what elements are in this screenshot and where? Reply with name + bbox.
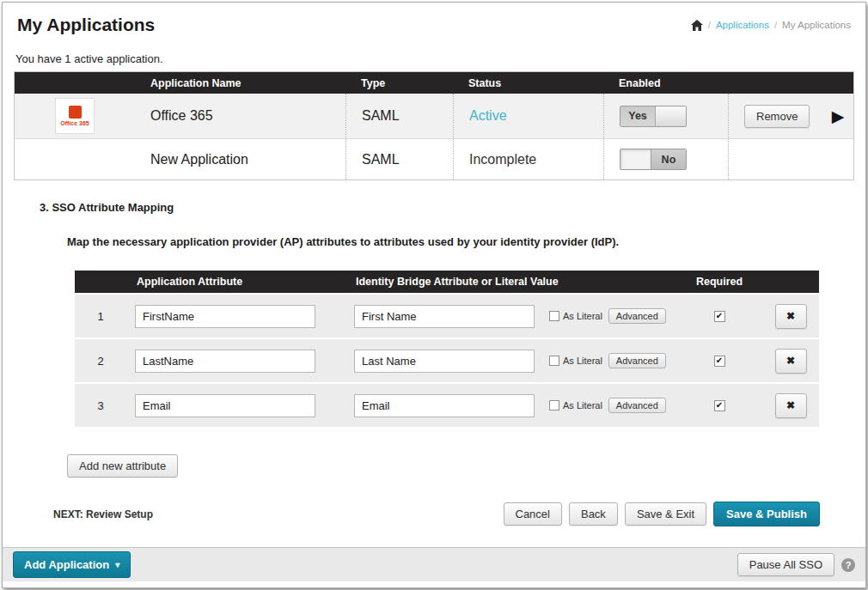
application-type: SAML (345, 139, 453, 179)
expand-row-icon[interactable]: ▶ (832, 108, 845, 125)
breadcrumb-separator: / (708, 20, 711, 30)
help-icon[interactable]: ? (841, 558, 855, 572)
home-icon[interactable] (691, 20, 703, 31)
page-header: My Applications / Applications / My Appl… (14, 3, 854, 39)
enabled-toggle-no[interactable]: No (620, 149, 687, 170)
cancel-button[interactable]: Cancel (504, 502, 562, 526)
applications-table-header: Application Name Type Status Enabled (15, 72, 853, 94)
delete-attribute-button[interactable]: ✖ (775, 393, 807, 418)
attribute-row-1: 1 As Literal Advanced ✖ (75, 295, 819, 338)
attribute-row-3: 3 As Literal Advanced ✖ (75, 384, 819, 427)
delete-attribute-button[interactable]: ✖ (775, 349, 807, 374)
as-literal-label: As Literal (563, 400, 602, 411)
column-application-name: Application Name (135, 72, 345, 94)
sso-attribute-mapping-heading: 3. SSO Attribute Mapping (40, 201, 854, 214)
column-application-attribute: Application Attribute (126, 271, 345, 293)
required-checkbox[interactable] (714, 356, 725, 367)
application-attribute-input[interactable] (135, 305, 315, 328)
active-application-count: You have 1 active application. (15, 52, 853, 65)
column-required: Required (676, 271, 762, 293)
my-applications-page: My Applications / Applications / My Appl… (2, 2, 866, 588)
row-number: 1 (75, 310, 126, 323)
application-status: Active (453, 94, 603, 138)
attribute-mapping-table: Application Attribute Identity Bridge At… (75, 271, 819, 427)
advanced-button[interactable]: Advanced (608, 353, 666, 368)
add-application-label: Add Application (24, 558, 109, 571)
enabled-toggle-yes[interactable]: Yes (620, 106, 687, 127)
save-exit-button[interactable]: Save & Exit (625, 502, 706, 526)
required-checkbox[interactable] (714, 400, 725, 411)
application-name: New Application (135, 139, 345, 179)
identity-bridge-attribute-input[interactable] (354, 305, 535, 328)
next-step-label: NEXT: Review Setup (53, 508, 153, 520)
chevron-down-icon: ▾ (115, 561, 119, 569)
application-status: Incomplete (453, 139, 603, 179)
office365-logo: Office 365 (55, 98, 95, 134)
toggle-handle (655, 106, 686, 126)
save-publish-button[interactable]: Save & Publish (713, 502, 820, 526)
pause-all-sso-button[interactable]: Pause All SSO (737, 553, 834, 576)
toggle-off-label: No (651, 149, 686, 169)
delete-attribute-button[interactable]: ✖ (775, 304, 807, 329)
as-literal-checkbox[interactable] (549, 356, 559, 366)
identity-bridge-attribute-input[interactable] (354, 350, 535, 373)
column-identity-bridge-attribute: Identity Bridge Attribute or Literal Val… (345, 271, 547, 293)
as-literal-checkbox[interactable] (549, 311, 559, 321)
breadcrumb-separator: / (774, 20, 777, 30)
advanced-button[interactable]: Advanced (608, 398, 666, 413)
breadcrumb-current: My Applications (782, 20, 851, 30)
application-attribute-input[interactable] (135, 394, 315, 417)
as-literal-checkbox[interactable] (549, 400, 559, 411)
table-row-office365: Office 365 Office 365 SAML Active Yes Re… (15, 94, 853, 138)
office365-logo-icon (69, 106, 82, 119)
header-icon-spacer (15, 72, 135, 94)
identity-bridge-attribute-input[interactable] (354, 394, 535, 417)
row-number: 3 (75, 399, 126, 412)
sso-attribute-mapping-description: Map the necessary application provider (… (67, 235, 854, 248)
as-literal-label: As Literal (563, 356, 602, 366)
column-type: Type (345, 72, 453, 94)
toggle-groove (620, 149, 651, 169)
application-name: Office 365 (135, 94, 345, 138)
back-button[interactable]: Back (569, 502, 618, 526)
remove-button[interactable]: Remove (744, 105, 810, 128)
breadcrumb: / Applications / My Applications (691, 20, 851, 31)
footer-bar: Add Application ▾ Pause All SSO ? (3, 547, 865, 581)
advanced-button[interactable]: Advanced (608, 308, 666, 324)
column-enabled: Enabled (603, 72, 728, 94)
office365-logo-text: Office 365 (60, 120, 89, 126)
column-expand-spacer (822, 72, 853, 94)
column-status: Status (453, 72, 603, 94)
table-row-new-application: New Application SAML Incomplete No (15, 138, 853, 179)
application-attribute-input[interactable] (135, 350, 315, 373)
row-number: 2 (75, 355, 126, 368)
add-application-button[interactable]: Add Application ▾ (13, 551, 131, 578)
required-checkbox[interactable] (714, 311, 725, 322)
form-actions: NEXT: Review Setup Cancel Back Save & Ex… (53, 502, 820, 526)
add-new-attribute-button[interactable]: Add new attribute (67, 454, 178, 477)
attribute-row-2: 2 As Literal Advanced ✖ (75, 339, 819, 382)
breadcrumb-link-applications[interactable]: Applications (716, 20, 769, 30)
attribute-table-header: Application Attribute Identity Bridge At… (75, 271, 819, 293)
as-literal-label: As Literal (563, 311, 602, 321)
application-type: SAML (345, 94, 453, 138)
page-title: My Applications (17, 15, 155, 35)
applications-table: Application Name Type Status Enabled Off… (14, 71, 854, 180)
column-actions-spacer (728, 72, 822, 94)
toggle-on-label: Yes (620, 106, 655, 126)
